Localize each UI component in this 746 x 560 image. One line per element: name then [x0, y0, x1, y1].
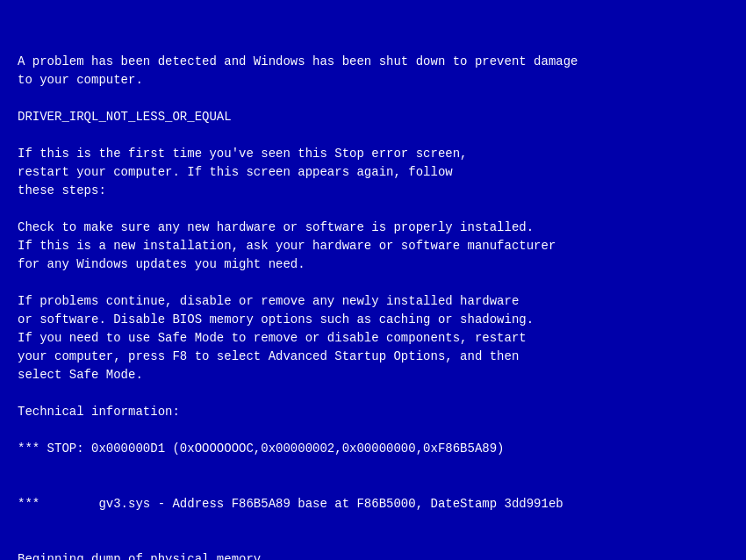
- bsod-screen: A problem has been detected and Windows …: [0, 0, 746, 560]
- bsod-content: A problem has been detected and Windows …: [18, 53, 728, 560]
